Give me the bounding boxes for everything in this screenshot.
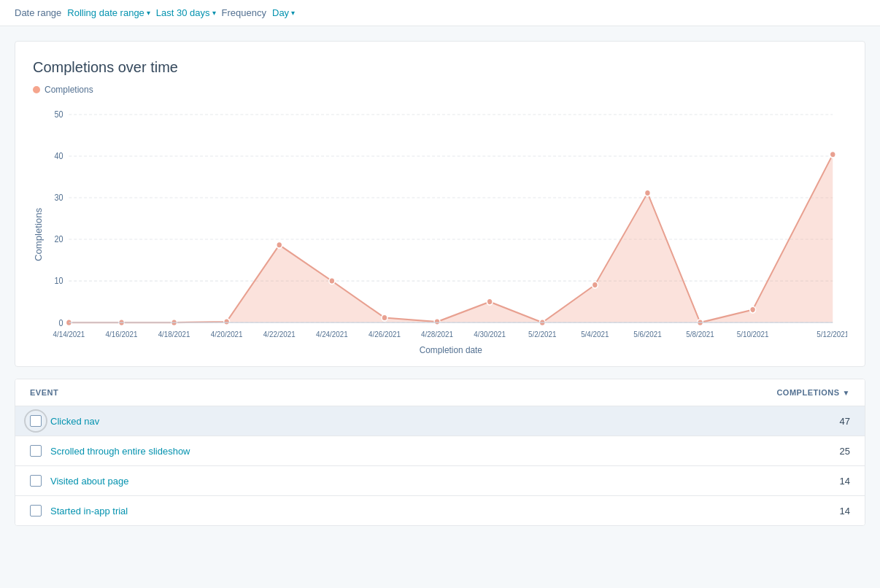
svg-text:4/14/2021: 4/14/2021 — [53, 330, 85, 339]
svg-text:4/30/2021: 4/30/2021 — [474, 330, 506, 339]
table-row: Scrolled through entire slideshow 25 — [15, 436, 865, 466]
last-30-days-caret-icon: ▾ — [212, 9, 216, 17]
svg-text:10: 10 — [54, 276, 63, 286]
day-dropdown[interactable]: Day ▾ — [272, 7, 295, 18]
completions-value: 14 — [840, 476, 850, 487]
table-row: Visited about page 14 — [15, 466, 865, 496]
chart-dot — [329, 278, 335, 285]
svg-text:5/8/2021: 5/8/2021 — [686, 330, 714, 339]
chart-fill — [69, 155, 833, 322]
chart-dot — [224, 319, 230, 325]
row-checkbox[interactable] — [30, 475, 42, 487]
chart-dot — [434, 319, 440, 325]
chart-title: Completions over time — [33, 59, 847, 76]
chart-legend: Completions — [33, 85, 847, 95]
event-column-header: EVENT — [30, 388, 58, 397]
table-row: Clicked nav 47 — [15, 406, 865, 436]
row-left: Visited about page — [30, 475, 128, 487]
chart-card: Completions over time Completions 0 10 2… — [15, 41, 865, 367]
chart-dot — [487, 298, 493, 305]
frequency-label: Frequency — [222, 7, 266, 18]
completions-value: 25 — [840, 446, 850, 457]
legend-label: Completions — [45, 85, 93, 95]
event-name[interactable]: Scrolled through entire slideshow — [50, 446, 190, 457]
table-row: Started in-app trial 14 — [15, 496, 865, 525]
svg-text:5/4/2021: 5/4/2021 — [581, 330, 609, 339]
row-left: Clicked nav — [30, 415, 99, 427]
rolling-date-range-dropdown[interactable]: Rolling date range ▾ — [67, 7, 150, 18]
chart-line — [69, 155, 833, 322]
row-left: Scrolled through entire slideshow — [30, 445, 190, 457]
chart-dot — [750, 306, 756, 313]
svg-text:Completion date: Completion date — [420, 344, 482, 355]
rolling-date-range-caret-icon: ▾ — [147, 9, 150, 17]
svg-text:5/12/2021: 5/12/2021 — [817, 330, 847, 339]
last-30-days-dropdown[interactable]: Last 30 days ▾ — [156, 7, 216, 18]
row-checkbox[interactable] — [30, 505, 42, 517]
event-name[interactable]: Visited about page — [50, 476, 128, 487]
svg-text:4/26/2021: 4/26/2021 — [368, 330, 401, 339]
completions-value: 14 — [840, 506, 850, 517]
svg-text:50: 50 — [54, 110, 63, 120]
row-checkbox[interactable] — [30, 445, 42, 457]
events-table: EVENT COMPLETIONS ▼ Clicked nav 47 Scrol… — [15, 379, 865, 526]
event-name[interactable]: Clicked nav — [50, 416, 99, 427]
svg-text:4/24/2021: 4/24/2021 — [316, 330, 348, 339]
row-checkbox[interactable] — [30, 415, 42, 427]
svg-text:0: 0 — [58, 318, 63, 328]
svg-text:20: 20 — [54, 235, 63, 244]
table-header: EVENT COMPLETIONS ▼ — [15, 379, 865, 406]
chart-area: 0 10 20 30 40 50 Completions — [33, 107, 847, 355]
date-range-label: Date range — [15, 7, 61, 18]
chart-dot — [277, 241, 282, 248]
event-name[interactable]: Started in-app trial — [50, 506, 128, 517]
svg-text:4/20/2021: 4/20/2021 — [211, 330, 243, 339]
day-caret-icon: ▾ — [291, 9, 295, 17]
chart-dot — [644, 190, 650, 196]
svg-text:5/10/2021: 5/10/2021 — [737, 330, 769, 339]
chart-dot — [830, 151, 835, 158]
completions-value: 47 — [840, 416, 850, 427]
sort-icon: ▼ — [843, 389, 850, 397]
chart-svg: 0 10 20 30 40 50 Completions — [33, 107, 847, 355]
svg-text:5/2/2021: 5/2/2021 — [528, 330, 557, 339]
row-left: Started in-app trial — [30, 505, 128, 517]
svg-text:5/6/2021: 5/6/2021 — [633, 330, 662, 339]
chart-dot — [592, 282, 598, 288]
svg-text:Completions: Completions — [34, 208, 43, 261]
svg-text:30: 30 — [54, 193, 63, 203]
svg-text:4/18/2021: 4/18/2021 — [158, 330, 190, 339]
legend-dot — [33, 86, 40, 93]
svg-text:4/16/2021: 4/16/2021 — [106, 330, 138, 339]
svg-text:4/28/2021: 4/28/2021 — [421, 330, 453, 339]
main-content: Completions over time Completions 0 10 2… — [0, 26, 880, 541]
svg-text:40: 40 — [54, 152, 63, 161]
top-bar: Date range Rolling date range ▾ Last 30 … — [0, 0, 880, 26]
chart-dot — [382, 314, 387, 321]
svg-text:4/22/2021: 4/22/2021 — [263, 330, 296, 339]
completions-column-header[interactable]: COMPLETIONS ▼ — [776, 388, 850, 397]
